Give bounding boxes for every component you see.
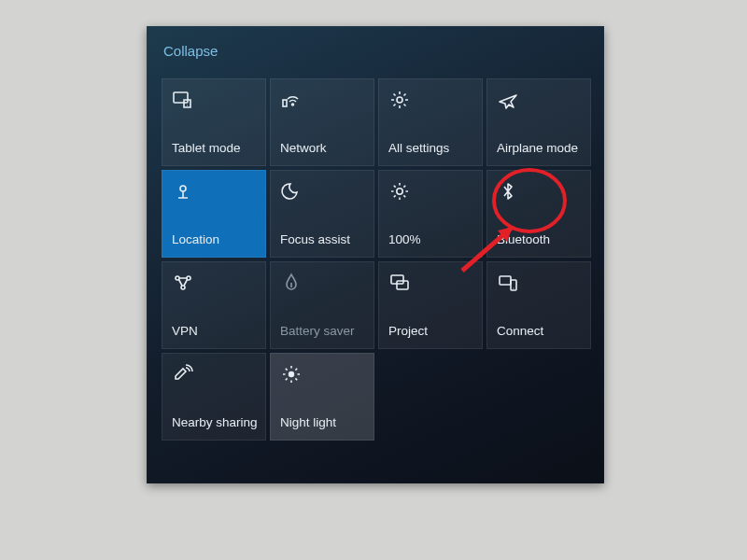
svg-point-4 [397,97,402,103]
tile-focus-assist[interactable]: Focus assist [270,170,374,258]
action-center-panel: Collapse Tablet mode Network All setting… [147,26,604,483]
stage: Collapse Tablet mode Network All setting… [0,0,747,560]
tile-brightness[interactable]: 100% [378,170,483,258]
tile-all-settings[interactable]: All settings [378,78,483,166]
tile-label: Night light [280,416,368,430]
night-light-icon [280,363,303,385]
airplane-icon [497,89,519,111]
vpn-icon [172,272,194,294]
tile-battery-saver[interactable]: Battery saver [270,261,374,349]
tile-location[interactable]: Location [162,170,266,258]
tile-vpn[interactable]: VPN [162,261,266,349]
project-icon [388,272,411,294]
tile-label: All settings [388,142,476,156]
tile-label: Focus assist [280,233,368,247]
tile-label: Battery saver [280,325,368,339]
tile-label: Nearby sharing [172,416,260,430]
tile-label: Bluetooth [497,233,585,247]
network-icon [280,89,303,111]
tile-label: Connect [497,325,585,339]
tile-night-light[interactable]: Night light [270,353,374,441]
nearby-sharing-icon [172,363,194,385]
collapse-link[interactable]: Collapse [163,43,218,59]
svg-point-8 [187,276,190,280]
tile-project[interactable]: Project [378,261,483,349]
svg-rect-0 [174,92,188,103]
tile-airplane-mode[interactable]: Airplane mode [486,78,591,166]
svg-point-6 [397,189,402,194]
svg-rect-12 [500,276,511,285]
tile-bluetooth[interactable]: Bluetooth [486,170,591,258]
tile-connect[interactable]: Connect [486,261,591,349]
battery-saver-icon [280,272,303,294]
connect-icon [497,272,519,294]
tile-label: Location [172,233,260,247]
bluetooth-icon [497,180,519,203]
brightness-icon [388,180,411,203]
tile-tablet-mode[interactable]: Tablet mode [162,78,266,166]
tile-nearby-sharing[interactable]: Nearby sharing [162,353,266,441]
tile-label: VPN [172,325,260,339]
tile-label: 100% [388,233,476,247]
quick-action-grid: Tablet mode Network All settings Airplan… [162,78,591,441]
svg-point-14 [513,287,514,288]
svg-point-7 [176,276,179,280]
tablet-mode-icon [172,89,194,111]
svg-rect-2 [283,100,287,106]
svg-point-15 [289,371,294,377]
svg-point-9 [181,286,185,289]
tile-label: Network [280,142,368,156]
tile-network[interactable]: Network [270,78,374,166]
settings-icon [388,89,411,111]
svg-point-3 [292,104,294,105]
svg-rect-11 [397,281,408,289]
tile-label: Airplane mode [497,142,585,156]
tile-label: Tablet mode [172,142,260,156]
svg-point-5 [180,186,186,191]
tile-label: Project [388,325,476,339]
svg-point-1 [187,105,188,105]
focus-assist-icon [280,180,303,203]
location-icon [172,180,194,203]
